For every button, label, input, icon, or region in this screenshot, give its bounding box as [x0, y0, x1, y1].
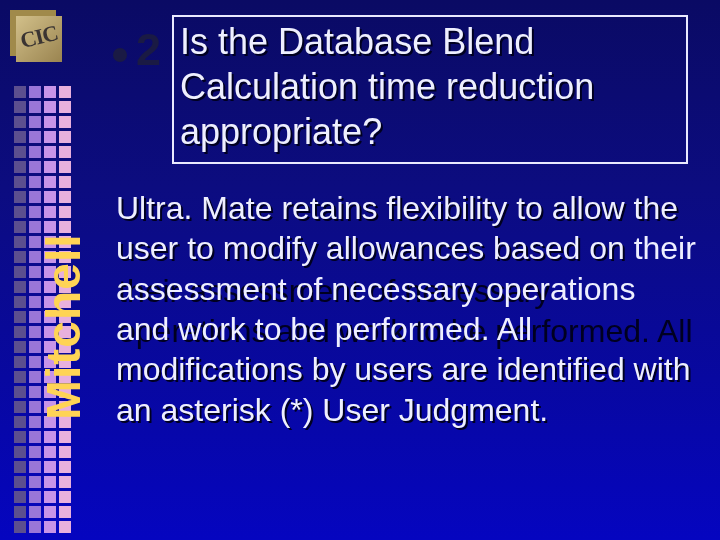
body-paragraph: Ultra. Mate retains flexibility to allow…	[116, 188, 696, 430]
slide-title: Is the Database Blend Calculation time r…	[180, 19, 680, 154]
slide: CIC	[0, 0, 720, 540]
bullet-icon	[113, 48, 127, 62]
side-title: Mitchell	[36, 233, 91, 420]
slide-number: 2	[136, 24, 161, 76]
title-box: Is the Database Blend Calculation time r…	[172, 15, 688, 164]
cic-logo: CIC	[10, 10, 64, 64]
body-text: Ultra. Mate retains flexibility to allow…	[116, 188, 696, 430]
